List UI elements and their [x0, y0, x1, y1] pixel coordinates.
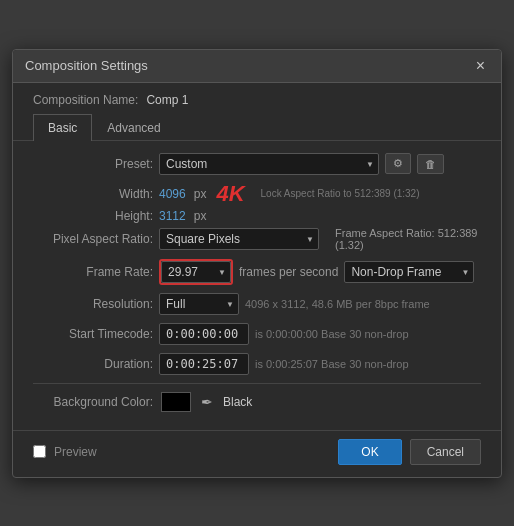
resolution-info: 4096 x 3112, 48.6 MB per 8bpc frame: [245, 298, 430, 310]
dialog-footer: Preview OK Cancel: [13, 430, 501, 477]
far-info: Frame Aspect Ratio: 512:389 (1.32): [335, 227, 481, 251]
four-k-label: 4K: [216, 183, 244, 205]
bg-color-swatch[interactable]: [161, 392, 191, 412]
tab-basic[interactable]: Basic: [33, 114, 92, 141]
bg-color-row: Background Color: ✒ Black: [33, 392, 481, 412]
par-select[interactable]: Square Pixels: [159, 228, 319, 250]
height-row: Height: 3112 px: [33, 209, 481, 223]
resolution-select-wrapper: Full: [159, 293, 239, 315]
comp-name-label: Composition Name:: [33, 93, 138, 107]
far-label: Frame Aspect Ratio:: [335, 227, 435, 239]
drop-frame-select[interactable]: Non-Drop Frame: [344, 261, 474, 283]
lock-aspect-info: Lock Aspect Ratio to 512:389 (1:32): [261, 188, 420, 199]
width-label: Width:: [33, 187, 153, 201]
comp-name-row: Composition Name: Comp 1: [13, 83, 501, 113]
dialog-title: Composition Settings: [25, 58, 148, 73]
bg-color-name: Black: [223, 395, 252, 409]
comp-name-value: Comp 1: [146, 93, 188, 107]
preset-delete-button[interactable]: 🗑: [417, 154, 444, 174]
preset-row: Preset: Custom ⚙ 🗑: [33, 153, 481, 175]
tab-advanced[interactable]: Advanced: [92, 114, 175, 141]
duration-info: is 0:00:25:07 Base 30 non-drop: [255, 358, 409, 370]
preview-label: Preview: [54, 445, 97, 459]
frame-rate-label: Frame Rate:: [33, 265, 153, 279]
width-row: Width: 4096 px 4K Lock Aspect Ratio to 5…: [33, 183, 481, 205]
par-row: Pixel Aspect Ratio: Square Pixels Frame …: [33, 227, 481, 251]
width-value[interactable]: 4096: [159, 187, 186, 201]
cancel-button[interactable]: Cancel: [410, 439, 481, 465]
duration-label: Duration:: [33, 357, 153, 371]
frame-rate-row: Frame Rate: 29.97 frames per second Non-…: [33, 259, 481, 285]
resolution-row: Resolution: Full 4096 x 3112, 48.6 MB pe…: [33, 293, 481, 315]
preview-checkbox[interactable]: [33, 445, 46, 458]
preset-select[interactable]: Custom: [159, 153, 379, 175]
height-label: Height:: [33, 209, 153, 223]
start-timecode-input[interactable]: [159, 323, 249, 345]
divider: [33, 383, 481, 384]
tabs-bar: Basic Advanced: [13, 113, 501, 141]
start-timecode-info: is 0:00:00:00 Base 30 non-drop: [255, 328, 409, 340]
ok-button[interactable]: OK: [338, 439, 401, 465]
preset-label: Preset:: [33, 157, 153, 171]
eyedropper-button[interactable]: ✒: [199, 392, 215, 412]
start-timecode-row: Start Timecode: is 0:00:00:00 Base 30 no…: [33, 323, 481, 345]
composition-settings-dialog: Composition Settings × Composition Name:…: [12, 49, 502, 478]
bg-color-label: Background Color:: [33, 395, 153, 409]
height-unit: px: [194, 209, 207, 223]
preview-row: Preview: [33, 445, 97, 459]
par-select-wrapper: Square Pixels: [159, 228, 319, 250]
width-unit: px: [194, 187, 207, 201]
drop-frame-select-wrapper: Non-Drop Frame: [344, 261, 474, 283]
duration-row: Duration: is 0:00:25:07 Base 30 non-drop: [33, 353, 481, 375]
fps-label: frames per second: [239, 265, 338, 279]
height-value[interactable]: 3112: [159, 209, 186, 223]
tab-content: Preset: Custom ⚙ 🗑 Width: 4096 px 4K Loc…: [13, 141, 501, 430]
preset-select-wrapper: Custom: [159, 153, 379, 175]
preset-settings-button[interactable]: ⚙: [385, 153, 411, 174]
start-timecode-label: Start Timecode:: [33, 327, 153, 341]
duration-input[interactable]: [159, 353, 249, 375]
resolution-select[interactable]: Full: [159, 293, 239, 315]
button-group: OK Cancel: [338, 439, 481, 465]
close-button[interactable]: ×: [472, 58, 489, 74]
par-label: Pixel Aspect Ratio:: [33, 232, 153, 246]
frame-rate-select[interactable]: 29.97: [161, 261, 231, 283]
title-bar: Composition Settings ×: [13, 50, 501, 83]
frame-rate-select-wrapper: 29.97: [159, 259, 233, 285]
resolution-label: Resolution:: [33, 297, 153, 311]
